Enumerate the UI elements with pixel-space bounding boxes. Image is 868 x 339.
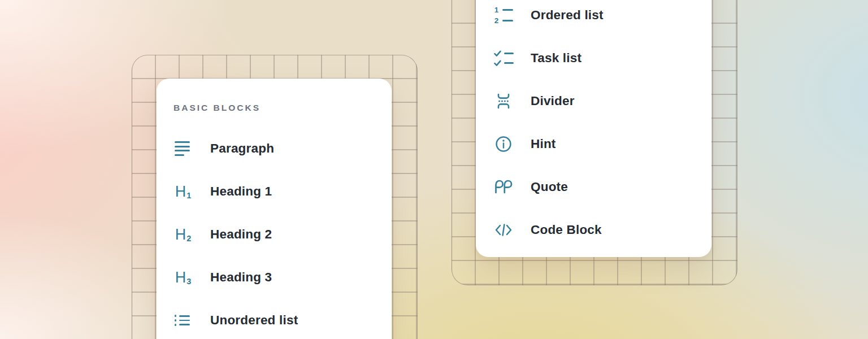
more-blocks-menu: 1 2 Ordered list Task list [476, 0, 711, 257]
menu-item-label: Ordered list [531, 8, 604, 23]
menu-item-divider[interactable]: Divider [494, 80, 711, 123]
menu-item-heading-3[interactable]: H3 Heading 3 [173, 256, 392, 299]
menu-item-label: Paragraph [210, 141, 274, 156]
heading-1-icon: H1 [173, 182, 193, 201]
unordered-list-icon [173, 311, 193, 330]
divider-icon [494, 92, 513, 111]
paragraph-icon [173, 139, 193, 158]
menu-item-label: Heading 2 [210, 227, 272, 242]
menu-item-label: Code Block [531, 223, 602, 237]
menu-item-label: Hint [531, 137, 556, 151]
menu-item-hint[interactable]: Hint [494, 123, 711, 166]
ordered-list-icon: 1 2 [494, 6, 513, 25]
basic-blocks-menu: BASIC BLOCKS Paragraph H1 Heading 1 H2 H… [157, 79, 392, 339]
basic-blocks-list: Paragraph H1 Heading 1 H2 Heading 2 H3 H… [173, 127, 392, 339]
menu-item-label: Heading 3 [210, 270, 272, 285]
menu-item-paragraph[interactable]: Paragraph [173, 127, 392, 170]
editor-blocks-hero: BASIC BLOCKS Paragraph H1 Heading 1 H2 H… [0, 0, 868, 339]
menu-item-unordered-list[interactable]: Unordered list [173, 299, 392, 339]
more-blocks-list: 1 2 Ordered list Task list [494, 0, 711, 251]
quote-icon [494, 177, 513, 197]
hint-icon [494, 134, 513, 154]
heading-2-icon: H2 [173, 225, 193, 244]
menu-item-heading-1[interactable]: H1 Heading 1 [173, 170, 392, 213]
menu-item-label: Unordered list [210, 313, 298, 328]
menu-item-task-list[interactable]: Task list [494, 37, 711, 80]
code-block-icon [494, 220, 513, 240]
menu-item-ordered-list[interactable]: 1 2 Ordered list [494, 0, 711, 37]
menu-item-label: Heading 1 [210, 184, 272, 199]
heading-3-icon: H3 [173, 268, 193, 287]
menu-item-label: Task list [531, 51, 581, 66]
menu-item-code-block[interactable]: Code Block [494, 208, 711, 251]
section-label: BASIC BLOCKS [173, 103, 392, 112]
menu-item-quote[interactable]: Quote [494, 166, 711, 208]
task-list-icon [494, 49, 513, 68]
menu-item-heading-2[interactable]: H2 Heading 2 [173, 213, 392, 256]
menu-item-label: Quote [531, 180, 568, 194]
menu-item-label: Divider [531, 94, 575, 108]
